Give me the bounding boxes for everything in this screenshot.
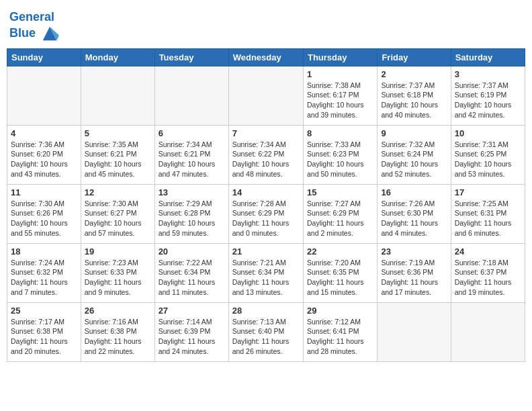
day-number: 11 <box>11 187 77 197</box>
day-number: 12 <box>85 187 151 197</box>
calendar-week-row: 18Sunrise: 7:24 AMSunset: 6:32 PMDayligh… <box>7 243 525 302</box>
day-info: Sunrise: 7:13 AMSunset: 6:40 PMDaylight:… <box>232 317 300 357</box>
day-info: Sunrise: 7:30 AMSunset: 6:26 PMDaylight:… <box>11 199 77 238</box>
day-number: 6 <box>159 128 225 138</box>
calendar-cell: 4Sunrise: 7:36 AMSunset: 6:20 PMDaylight… <box>7 125 81 184</box>
calendar-cell: 16Sunrise: 7:26 AMSunset: 6:30 PMDayligh… <box>378 184 451 243</box>
col-header-wednesday: Wednesday <box>228 48 303 66</box>
calendar-cell: 26Sunrise: 7:16 AMSunset: 6:38 PMDayligh… <box>81 302 154 361</box>
day-number: 27 <box>159 306 225 316</box>
logo: General Blue <box>9 11 59 43</box>
day-number: 29 <box>307 306 373 316</box>
calendar-cell: 11Sunrise: 7:30 AMSunset: 6:26 PMDayligh… <box>7 184 81 243</box>
day-number: 8 <box>307 128 373 138</box>
calendar-header-row: SundayMondayTuesdayWednesdayThursdayFrid… <box>7 48 525 66</box>
day-info: Sunrise: 7:24 AMSunset: 6:32 PMDaylight:… <box>11 258 77 298</box>
day-info: Sunrise: 7:32 AMSunset: 6:24 PMDaylight:… <box>381 140 447 179</box>
day-number: 13 <box>159 187 225 197</box>
calendar-cell <box>81 66 154 125</box>
day-number: 1 <box>307 69 373 79</box>
day-info: Sunrise: 7:33 AMSunset: 6:23 PMDaylight:… <box>307 140 373 179</box>
day-number: 15 <box>307 187 373 197</box>
calendar-cell: 6Sunrise: 7:34 AMSunset: 6:21 PMDaylight… <box>154 125 228 184</box>
calendar-cell: 21Sunrise: 7:21 AMSunset: 6:34 PMDayligh… <box>228 243 303 302</box>
calendar-cell: 28Sunrise: 7:13 AMSunset: 6:40 PMDayligh… <box>228 302 303 361</box>
calendar-table: SundayMondayTuesdayWednesdayThursdayFrid… <box>7 48 525 362</box>
day-number: 5 <box>85 128 151 138</box>
day-number: 26 <box>85 306 151 316</box>
col-header-monday: Monday <box>81 48 154 66</box>
day-number: 17 <box>455 187 521 197</box>
calendar-week-row: 1Sunrise: 7:38 AMSunset: 6:17 PMDaylight… <box>7 66 525 125</box>
page-header: General Blue <box>7 7 525 43</box>
day-number: 23 <box>381 246 447 257</box>
calendar-cell <box>154 66 228 125</box>
calendar-cell: 22Sunrise: 7:20 AMSunset: 6:35 PMDayligh… <box>303 243 377 302</box>
calendar-cell: 9Sunrise: 7:32 AMSunset: 6:24 PMDaylight… <box>378 125 451 184</box>
day-number: 19 <box>85 246 151 257</box>
calendar-cell: 13Sunrise: 7:29 AMSunset: 6:28 PMDayligh… <box>154 184 228 243</box>
logo-text-blue: Blue <box>9 24 59 43</box>
day-info: Sunrise: 7:16 AMSunset: 6:38 PMDaylight:… <box>85 317 151 357</box>
day-number: 16 <box>381 187 447 197</box>
col-header-friday: Friday <box>378 48 451 66</box>
day-info: Sunrise: 7:26 AMSunset: 6:30 PMDaylight:… <box>381 199 447 238</box>
day-info: Sunrise: 7:29 AMSunset: 6:28 PMDaylight:… <box>159 199 225 238</box>
day-info: Sunrise: 7:37 AMSunset: 6:18 PMDaylight:… <box>381 81 447 120</box>
day-info: Sunrise: 7:22 AMSunset: 6:34 PMDaylight:… <box>159 258 225 298</box>
day-number: 21 <box>232 246 300 257</box>
day-number: 4 <box>11 128 77 138</box>
day-info: Sunrise: 7:20 AMSunset: 6:35 PMDaylight:… <box>307 258 373 298</box>
day-info: Sunrise: 7:18 AMSunset: 6:37 PMDaylight:… <box>455 258 521 298</box>
day-info: Sunrise: 7:25 AMSunset: 6:31 PMDaylight:… <box>455 199 521 238</box>
day-info: Sunrise: 7:28 AMSunset: 6:29 PMDaylight:… <box>232 199 300 238</box>
calendar-cell: 25Sunrise: 7:17 AMSunset: 6:38 PMDayligh… <box>7 302 81 361</box>
day-number: 25 <box>11 306 77 316</box>
day-number: 28 <box>232 306 300 316</box>
calendar-cell: 5Sunrise: 7:35 AMSunset: 6:21 PMDaylight… <box>81 125 154 184</box>
day-number: 3 <box>455 69 521 79</box>
calendar-cell: 19Sunrise: 7:23 AMSunset: 6:33 PMDayligh… <box>81 243 154 302</box>
logo-icon <box>40 24 59 43</box>
col-header-tuesday: Tuesday <box>154 48 228 66</box>
calendar-cell: 23Sunrise: 7:19 AMSunset: 6:36 PMDayligh… <box>378 243 451 302</box>
day-number: 7 <box>232 128 300 138</box>
day-number: 18 <box>11 246 77 257</box>
calendar-cell <box>228 66 303 125</box>
col-header-saturday: Saturday <box>451 48 525 66</box>
calendar-cell: 20Sunrise: 7:22 AMSunset: 6:34 PMDayligh… <box>154 243 228 302</box>
calendar-cell: 12Sunrise: 7:30 AMSunset: 6:27 PMDayligh… <box>81 184 154 243</box>
day-info: Sunrise: 7:21 AMSunset: 6:34 PMDaylight:… <box>232 258 300 298</box>
day-info: Sunrise: 7:12 AMSunset: 6:41 PMDaylight:… <box>307 317 373 357</box>
day-info: Sunrise: 7:30 AMSunset: 6:27 PMDaylight:… <box>85 199 151 238</box>
calendar-week-row: 4Sunrise: 7:36 AMSunset: 6:20 PMDaylight… <box>7 125 525 184</box>
day-number: 22 <box>307 246 373 257</box>
col-header-sunday: Sunday <box>7 48 81 66</box>
calendar-cell <box>451 302 525 361</box>
calendar-cell: 14Sunrise: 7:28 AMSunset: 6:29 PMDayligh… <box>228 184 303 243</box>
calendar-cell: 29Sunrise: 7:12 AMSunset: 6:41 PMDayligh… <box>303 302 377 361</box>
calendar-week-row: 25Sunrise: 7:17 AMSunset: 6:38 PMDayligh… <box>7 302 525 361</box>
day-number: 14 <box>232 187 300 197</box>
calendar-cell: 2Sunrise: 7:37 AMSunset: 6:18 PMDaylight… <box>378 66 451 125</box>
col-header-thursday: Thursday <box>303 48 377 66</box>
day-info: Sunrise: 7:36 AMSunset: 6:20 PMDaylight:… <box>11 140 77 179</box>
calendar-cell: 17Sunrise: 7:25 AMSunset: 6:31 PMDayligh… <box>451 184 525 243</box>
calendar-cell <box>378 302 451 361</box>
day-info: Sunrise: 7:34 AMSunset: 6:21 PMDaylight:… <box>159 140 225 179</box>
day-info: Sunrise: 7:34 AMSunset: 6:22 PMDaylight:… <box>232 140 300 179</box>
day-number: 10 <box>455 128 521 138</box>
calendar-cell: 18Sunrise: 7:24 AMSunset: 6:32 PMDayligh… <box>7 243 81 302</box>
day-number: 2 <box>381 69 447 79</box>
day-info: Sunrise: 7:23 AMSunset: 6:33 PMDaylight:… <box>85 258 151 298</box>
day-info: Sunrise: 7:19 AMSunset: 6:36 PMDaylight:… <box>381 258 447 298</box>
calendar-cell: 3Sunrise: 7:37 AMSunset: 6:19 PMDaylight… <box>451 66 525 125</box>
day-info: Sunrise: 7:17 AMSunset: 6:38 PMDaylight:… <box>11 317 77 357</box>
day-info: Sunrise: 7:31 AMSunset: 6:25 PMDaylight:… <box>455 140 521 179</box>
logo-text: General <box>9 11 59 24</box>
calendar-week-row: 11Sunrise: 7:30 AMSunset: 6:26 PMDayligh… <box>7 184 525 243</box>
day-info: Sunrise: 7:38 AMSunset: 6:17 PMDaylight:… <box>307 81 373 120</box>
calendar-cell: 7Sunrise: 7:34 AMSunset: 6:22 PMDaylight… <box>228 125 303 184</box>
day-info: Sunrise: 7:27 AMSunset: 6:29 PMDaylight:… <box>307 199 373 238</box>
calendar-cell: 24Sunrise: 7:18 AMSunset: 6:37 PMDayligh… <box>451 243 525 302</box>
